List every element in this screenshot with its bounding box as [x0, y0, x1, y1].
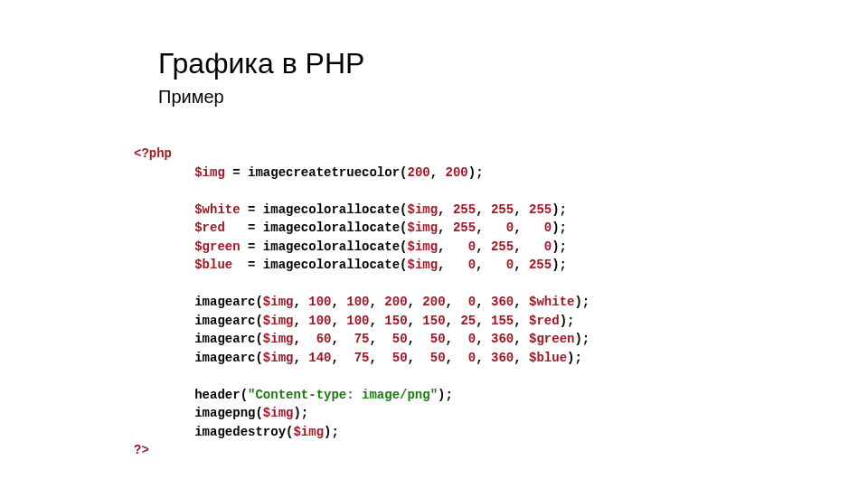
code-text: ,: [514, 221, 544, 235]
code-text: =: [241, 202, 263, 217]
num: 0: [468, 332, 476, 346]
code-text: ,: [293, 314, 308, 328]
code-text: imagedestroy(: [194, 425, 293, 439]
code-text: ,: [476, 314, 491, 328]
code-text: ,: [476, 258, 506, 272]
num: 100: [308, 295, 331, 309]
num: 0: [506, 221, 514, 235]
code-text: );: [552, 202, 567, 217]
num: 150: [422, 314, 445, 328]
code-text: ,: [438, 221, 453, 235]
num: 0: [544, 239, 552, 254]
code-text: ,: [293, 332, 316, 346]
num: 255: [529, 202, 552, 217]
var-img: $img: [263, 332, 294, 346]
code-text: ,: [476, 332, 491, 346]
string-literal: "Content-type: image/png": [248, 388, 438, 402]
num: 100: [346, 295, 369, 309]
num: 50: [392, 351, 408, 365]
num: 360: [491, 332, 514, 346]
var-white: $white: [529, 295, 574, 309]
code-text: ,: [293, 295, 308, 309]
num: 100: [346, 314, 369, 328]
code-text: ,: [370, 332, 392, 346]
code-text: );: [438, 388, 453, 402]
code-text: );: [552, 258, 567, 272]
code-text: ,: [331, 351, 354, 365]
code-text: ,: [331, 295, 346, 309]
num: 255: [453, 221, 476, 235]
num: 0: [468, 239, 476, 254]
code-text: ,: [446, 351, 468, 365]
code-text: );: [293, 406, 308, 420]
var-img: $img: [408, 202, 439, 217]
code-text: );: [567, 351, 582, 365]
num: 75: [354, 351, 370, 365]
code-text: ,: [446, 314, 461, 328]
code-text: ,: [476, 295, 491, 309]
code-text: ,: [408, 295, 423, 309]
var-white: $white: [194, 202, 240, 217]
code-text: ,: [476, 239, 491, 254]
code-text: ,: [408, 351, 430, 365]
var-red: $red: [529, 314, 560, 328]
code-text: imagecolorallocate(: [263, 202, 408, 217]
code-text: ,: [446, 295, 468, 309]
code-text: ,: [514, 314, 529, 328]
code-text: ,: [331, 332, 354, 346]
var-blue: $blue: [529, 351, 567, 365]
num: 25: [460, 314, 476, 328]
code-text: ,: [476, 202, 491, 217]
code-text: imagepng(: [194, 406, 263, 420]
num: 0: [468, 258, 476, 272]
code-text: ,: [514, 258, 529, 272]
code-text: );: [574, 295, 590, 309]
code-text: imagearc(: [194, 314, 263, 328]
num: 75: [354, 332, 370, 346]
code-text: ,: [514, 202, 529, 217]
code-text: ,: [514, 239, 544, 254]
var-img: $img: [263, 314, 294, 328]
code-text: ,: [438, 258, 468, 272]
var-img: $img: [407, 221, 438, 235]
code-text: imagearc(: [194, 332, 263, 346]
php-open-tag: <?php: [134, 146, 172, 161]
code-text: ,: [514, 332, 529, 346]
num: 0: [506, 258, 514, 272]
num: 0: [468, 295, 476, 309]
code-text: imagecolorallocate(: [263, 258, 408, 272]
code-text: ,: [293, 351, 308, 365]
code-text: ,: [476, 351, 491, 365]
code-text: ,: [370, 314, 385, 328]
code-text: =: [225, 165, 248, 180]
code-text: );: [324, 425, 339, 439]
code-text: );: [560, 314, 575, 328]
code-text: imagecolorallocate(: [263, 239, 408, 254]
code-text: );: [552, 239, 567, 254]
code-text: ,: [438, 239, 468, 254]
code-text: ,: [476, 221, 506, 235]
code-text: );: [468, 165, 484, 180]
code-text: ,: [514, 295, 529, 309]
num: 50: [430, 351, 446, 365]
var-img: $img: [263, 351, 294, 365]
slide: Графика в PHP Пример <?php $img = imagec…: [0, 0, 868, 488]
code-text: =: [241, 239, 263, 254]
var-img: $img: [408, 239, 439, 254]
num: 0: [544, 221, 552, 235]
var-green: $green: [194, 239, 240, 254]
num: 150: [384, 314, 407, 328]
var-img: $img: [263, 295, 294, 309]
num: 50: [430, 332, 446, 346]
var-img: $img: [407, 258, 438, 272]
code-text: ,: [408, 314, 423, 328]
code-text: header(: [194, 388, 248, 402]
code-text: );: [552, 221, 567, 235]
num: 255: [491, 239, 514, 254]
code-text: ,: [408, 332, 430, 346]
num: 360: [491, 351, 514, 365]
num: 200: [407, 165, 429, 180]
code-text: imagecolorallocate(: [263, 221, 408, 235]
num: 140: [308, 351, 331, 365]
code-text: imagearc(: [194, 351, 263, 365]
